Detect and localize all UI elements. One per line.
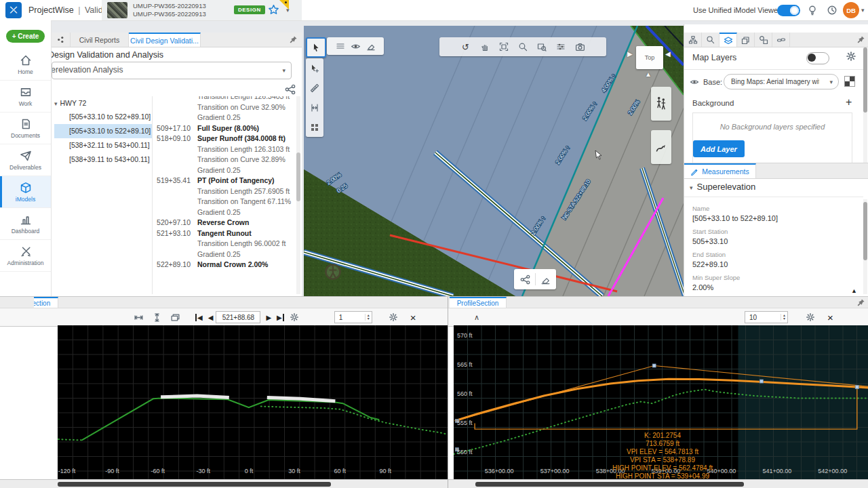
tree-item-range[interactable]: [505+33.10 to 522+89.10] [54, 110, 152, 124]
pan-hand-icon[interactable] [480, 42, 490, 52]
cross-section-chart[interactable]: -120 ft-90 ft-60 ft-30 ft0 ft30 ft60 ft9… [58, 325, 448, 479]
create-button[interactable]: + Create [6, 30, 45, 43]
user-menu-caret-icon[interactable]: ▾ [861, 7, 865, 14]
base-map-select[interactable]: Bing Maps: Aerial Imagery with la... ▾ [724, 74, 839, 89]
tab-profile-section[interactable]: ProfileSection [450, 297, 507, 308]
analysis-type-select[interactable]: Superelevation Analysis ▾ [52, 62, 292, 79]
tab-links[interactable] [772, 33, 790, 47]
tab-measurements[interactable]: Measurements [684, 163, 756, 178]
measure-between-icon[interactable] [310, 103, 319, 113]
tab-categories[interactable] [755, 33, 772, 47]
report-row[interactable]: Transition Length 96.0002 ft [153, 239, 296, 249]
clear-measure-icon[interactable] [540, 274, 551, 285]
report-row[interactable]: 509+17.10Full Super (8.00%) [153, 124, 296, 134]
report-row[interactable]: 519+35.41PT (Point of Tangency) [153, 176, 296, 186]
sidebar-item-deliverables[interactable]: Deliverables [0, 144, 51, 176]
report-row[interactable]: Gradient 0.25 [153, 166, 296, 176]
menu-icon[interactable] [336, 41, 345, 51]
tab-views[interactable] [737, 33, 755, 47]
history-clock-icon[interactable] [827, 5, 837, 16]
clear-isolate-icon[interactable] [366, 41, 376, 51]
share-icon[interactable] [520, 274, 530, 285]
previous-station-button[interactable]: ◀ [205, 314, 216, 321]
cross-section-settings-gear-icon[interactable] [389, 312, 398, 322]
add-layer-button[interactable]: Add Layer [693, 140, 745, 157]
report-row[interactable]: Transition on Curve 32.89% [153, 155, 296, 165]
vertical-exaggeration-spinner[interactable]: 10▴▾ [745, 311, 788, 323]
gesture-tool-button[interactable] [651, 130, 671, 164]
map-viewport[interactable]: 4.00% ↑2.00% ↑2.00%2.00% ↑2.00% ↑NC STA … [304, 26, 684, 296]
section-pattern-icon[interactable] [310, 123, 319, 132]
sidebar-item-work[interactable]: Work [0, 81, 51, 113]
sidebar-item-dashboard[interactable]: Dashboard [0, 208, 51, 240]
report-row[interactable]: 518+09.10Super Runoff (384.0008 ft) [153, 134, 296, 144]
saved-views-camera-icon[interactable] [575, 42, 585, 52]
superelevation-section-header[interactable]: ▾Superelevation [690, 182, 755, 192]
tab-civil-reports[interactable]: Civil Reports [71, 33, 129, 47]
report-row[interactable]: Gradient 0.25 [153, 208, 296, 218]
tree-item-range[interactable]: [505+33.10 to 522+89.10] [54, 124, 152, 138]
view-cube[interactable]: Top [636, 46, 663, 69]
tab-civil-design-validation[interactable]: Civil Design Validati... [129, 33, 201, 47]
collapse-profile-icon[interactable]: ∧ [474, 313, 479, 322]
compass-icon[interactable] [324, 263, 342, 281]
station-input[interactable]: 521+88.68 [216, 311, 260, 323]
add-background-plus[interactable]: + [846, 96, 852, 108]
pin-icon[interactable] [289, 35, 298, 44]
report-row[interactable]: 520+97.10Reverse Crown [153, 218, 296, 228]
zoom-icon[interactable] [518, 42, 528, 52]
view-settings-icon[interactable] [556, 42, 566, 52]
viewer-toggle[interactable] [777, 5, 800, 16]
tab-cross-section[interactable]: CrossSection [34, 297, 58, 308]
tree-item-range[interactable]: [538+39.11 to 543+00.11] [54, 152, 152, 167]
view-cube-arrow-left-icon[interactable]: ▶ [627, 50, 633, 58]
profile-hscroll[interactable] [448, 479, 868, 488]
fit-view-icon[interactable] [499, 42, 509, 52]
map-layers-toggle[interactable] [806, 52, 829, 64]
map-layers-settings-gear-icon[interactable] [846, 51, 856, 62]
report-row[interactable]: Transition Length 257.6905 ft [153, 187, 296, 197]
station-settings-gear-icon[interactable] [290, 312, 299, 322]
tab-model-icon[interactable] [52, 33, 71, 47]
report-row[interactable]: 521+93.10Tangent Runout [153, 229, 296, 239]
ideas-bulb-icon[interactable] [807, 5, 818, 16]
cross-section-hscroll[interactable] [0, 479, 448, 488]
close-profile-icon[interactable]: × [827, 312, 833, 323]
document-tab[interactable]: UMUP-PW365-20220913 UMUP-PW365-20220913 … [102, 0, 302, 20]
favorite-star-icon[interactable] [268, 4, 279, 16]
visibility-eye-icon[interactable] [351, 41, 361, 52]
right-panel-scrollbar[interactable] [863, 47, 867, 167]
last-station-button[interactable]: ▶ [274, 314, 284, 321]
tree-root[interactable]: ▾HWY 72 [54, 96, 152, 110]
pin-icon[interactable] [856, 35, 865, 44]
report-row[interactable]: 522+89.10Normal Crown 2.00% [153, 260, 296, 270]
profile-chart[interactable]: 536+00.00537+00.00538+00.00539+00.00540+… [454, 325, 868, 479]
select-plus-icon[interactable] [310, 64, 319, 73]
base-visibility-eye-icon[interactable] [690, 77, 699, 87]
tab-map-layers[interactable] [719, 33, 737, 47]
report-row[interactable]: Transition on Curve 32.90% [153, 103, 296, 113]
close-cross-section-icon[interactable]: × [410, 312, 416, 323]
view-count-spinner[interactable]: 1▴▾ [334, 311, 372, 323]
base-transparency-icon[interactable] [844, 76, 855, 87]
fit-width-icon[interactable] [134, 312, 144, 323]
profile-settings-gear-icon[interactable] [806, 312, 815, 322]
next-station-button[interactable]: ▶ [263, 314, 274, 321]
rotate-view-icon[interactable]: ↺ [461, 42, 471, 52]
sidebar-item-documents[interactable]: Documents [0, 113, 51, 144]
measurements-scrollbar[interactable] [863, 199, 867, 294]
view-cube-arrow-right-icon[interactable]: ◀ [665, 50, 671, 58]
tab-hierarchy[interactable] [684, 33, 702, 47]
report-row[interactable]: Gradient 0.25 [153, 250, 296, 260]
first-station-button[interactable]: ◀ [195, 314, 205, 321]
report-row[interactable]: Transition on Tangent 67.11% [153, 197, 296, 207]
link-selection-icon[interactable] [285, 84, 296, 95]
tab-search[interactable] [702, 33, 719, 47]
report-row[interactable]: Transition Length 126.3103 ft [153, 145, 296, 155]
report-scrollbar[interactable] [296, 96, 300, 294]
sidebar-item-imodels[interactable]: iModels [0, 176, 51, 208]
select-tool-button[interactable] [306, 37, 326, 58]
sidebar-item-administration[interactable]: Administration [0, 240, 51, 272]
walk-tool-button[interactable] [651, 87, 671, 121]
view-cube-arrow-down-icon[interactable]: ▲ [645, 70, 652, 78]
